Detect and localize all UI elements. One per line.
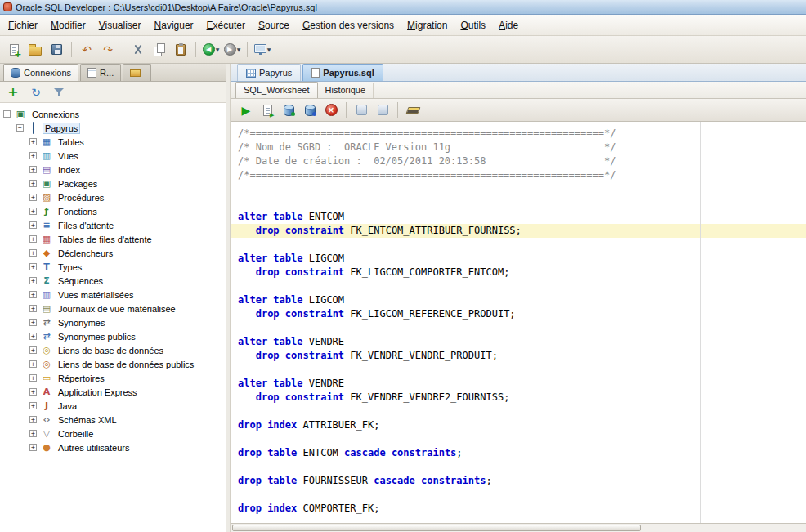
tree-item-files-d-attente[interactable]: +≡Files d'attente	[0, 218, 226, 232]
menu-migration[interactable]: Migration	[401, 18, 454, 33]
tree-item-papyrus[interactable]: −Papyrus	[0, 121, 226, 135]
expand-toggle[interactable]: +	[29, 291, 37, 298]
tree-item-journaux-de-vue-materialisee[interactable]: +▤Journaux de vue matérialisée	[0, 302, 226, 315]
expand-toggle[interactable]: +	[29, 388, 37, 396]
tree-item-liens-de-base-de-donnees[interactable]: +◎Liens de base de données	[0, 343, 226, 357]
tree-item-autres-utilisateurs[interactable]: +●Autres utilisateurs	[0, 440, 226, 454]
tree-item-types[interactable]: +TTypes	[0, 260, 226, 274]
menu-gestion-des-versions[interactable]: Gestion des versions	[296, 18, 401, 33]
tree-item-label: Papyrus	[43, 123, 79, 133]
expand-toggle[interactable]: +	[29, 277, 37, 284]
expand-toggle[interactable]: +	[29, 430, 37, 437]
rollback-button[interactable]	[300, 101, 320, 120]
run-script-button[interactable]	[257, 101, 277, 120]
expand-toggle[interactable]: +	[29, 444, 37, 451]
connection-monitor-button[interactable]: ▼	[253, 40, 272, 60]
expand-toggle[interactable]: +	[29, 346, 37, 354]
tree-item-vues[interactable]: +▥Vues	[0, 149, 226, 163]
expand-toggle[interactable]: +	[29, 166, 37, 173]
tree-item-declencheurs[interactable]: +◆Déclencheurs	[0, 246, 226, 260]
horizontal-scrollbar-thumb[interactable]	[232, 525, 641, 531]
expand-toggle[interactable]: +	[29, 208, 37, 215]
cut-button[interactable]	[128, 40, 148, 60]
tree-item-schemas-xml[interactable]: +‹›Schémas XML	[0, 413, 226, 427]
tree-item-repertoires[interactable]: +▭Répertoires	[0, 371, 226, 385]
menu-source[interactable]: Source	[252, 18, 296, 33]
tree-item-vues-materialisees[interactable]: +▥Vues matérialisées	[0, 288, 226, 302]
tree-item-application-express[interactable]: +AApplication Express	[0, 385, 226, 399]
menu-aide[interactable]: Aide	[492, 18, 525, 33]
menu-naviguer[interactable]: Naviguer	[148, 18, 200, 33]
back-icon: ◀	[203, 43, 215, 56]
expand-toggle[interactable]: +	[29, 305, 37, 312]
worksheet-tab-historique[interactable]: Historique	[318, 83, 374, 98]
code-area[interactable]: /*======================================…	[231, 127, 806, 516]
redo-button[interactable]: ↷	[98, 40, 118, 60]
menu-modifier[interactable]: Modifier	[44, 18, 92, 33]
menu-visualiser[interactable]: Visualiser	[92, 18, 148, 33]
navigator-tab-files-tab-icon[interactable]	[123, 64, 151, 81]
tree-item-label: Liens de base de données	[56, 346, 165, 355]
commit-button[interactable]	[279, 101, 298, 120]
run-statement-button[interactable]: ▶	[236, 101, 256, 120]
tree-item-fonctions[interactable]: +ƒFonctions	[0, 204, 226, 218]
navigator-tab-r[interactable]: R...	[80, 64, 121, 81]
tree-item-index[interactable]: +▤Index	[0, 163, 226, 177]
collapse-toggle[interactable]: −	[3, 110, 11, 118]
title-bar[interactable]: Oracle SQL Developer : C:\Users\cdi01\De…	[0, 0, 806, 15]
tree-item-tables-de-files-d-attente[interactable]: +▦Tables de files d'attente	[0, 232, 226, 246]
tree-item-procedures[interactable]: +▨Procédures	[0, 190, 226, 204]
expand-toggle[interactable]: +	[29, 138, 37, 145]
expand-toggle[interactable]: +	[29, 194, 37, 201]
tree-item-tables[interactable]: +▦Tables	[0, 135, 226, 149]
new-file-button[interactable]	[4, 40, 24, 60]
expand-toggle[interactable]: +	[29, 333, 37, 340]
expand-toggle[interactable]: +	[29, 249, 37, 257]
tree-item-java[interactable]: +JJava	[0, 399, 226, 413]
horizontal-scrollbar[interactable]	[231, 523, 806, 532]
menu-executer[interactable]: Exécuter	[200, 18, 252, 33]
tree-item-connexions[interactable]: −▣Connexions	[0, 107, 226, 121]
open-folder-button[interactable]	[25, 40, 45, 60]
tree-item-corbeille[interactable]: +▽Corbeille	[0, 427, 226, 440]
sql-editor[interactable]: /*======================================…	[231, 122, 806, 523]
explain-plan-button[interactable]	[373, 101, 392, 120]
navigator-tab-connexions[interactable]: Connexions	[3, 64, 78, 81]
tree-item-sequences[interactable]: +ΣSéquences	[0, 274, 226, 288]
save-button[interactable]	[47, 40, 66, 60]
filter-button[interactable]	[49, 83, 69, 102]
refresh-button[interactable]: ↻	[26, 83, 46, 102]
expand-toggle[interactable]: +	[29, 152, 37, 159]
copy-button[interactable]	[150, 40, 169, 60]
collapse-toggle[interactable]: −	[16, 124, 24, 132]
tab-label: SQL_Worksheet	[244, 85, 310, 95]
back-button[interactable]: ◀▼	[201, 40, 221, 60]
add-connection-button[interactable]: +	[3, 83, 23, 102]
forward-button[interactable]: ▶▼	[222, 40, 242, 60]
tree-item-packages[interactable]: +▣Packages	[0, 177, 226, 190]
expand-toggle[interactable]: +	[29, 180, 37, 187]
expand-toggle[interactable]: +	[29, 235, 37, 243]
expand-toggle[interactable]: +	[29, 319, 37, 326]
cancel-button[interactable]: ×	[321, 101, 341, 120]
expand-toggle[interactable]: +	[29, 374, 37, 382]
copy-icon	[154, 43, 165, 56]
editor-tab-papyrus[interactable]: Papyrus	[237, 64, 301, 81]
paste-button[interactable]	[171, 40, 190, 60]
menu-outils[interactable]: Outils	[454, 18, 492, 33]
expand-toggle[interactable]: +	[29, 263, 37, 270]
menu-fichier[interactable]: Fichier	[2, 18, 44, 33]
monitor-sessions-button[interactable]	[352, 101, 371, 120]
expand-toggle[interactable]: +	[29, 402, 37, 409]
expand-toggle[interactable]: +	[29, 221, 37, 229]
undo-button[interactable]: ↶	[77, 40, 96, 60]
expand-toggle[interactable]: +	[29, 416, 37, 423]
tree-item-label: Application Express	[56, 387, 139, 397]
tree-item-synonymes-publics[interactable]: +⇄Synonymes publics	[0, 329, 226, 343]
worksheet-tab-sql-worksheet[interactable]: SQL_Worksheet	[235, 82, 318, 98]
clear-button[interactable]	[403, 101, 423, 120]
tree-item-synonymes[interactable]: +⇄Synonymes	[0, 315, 226, 329]
editor-tab-papyrus-sql[interactable]: Papyrus.sql	[302, 64, 383, 81]
tree-item-liens-de-base-de-donnees-publics[interactable]: +◎Liens de base de données publics	[0, 357, 226, 371]
expand-toggle[interactable]: +	[29, 360, 37, 368]
